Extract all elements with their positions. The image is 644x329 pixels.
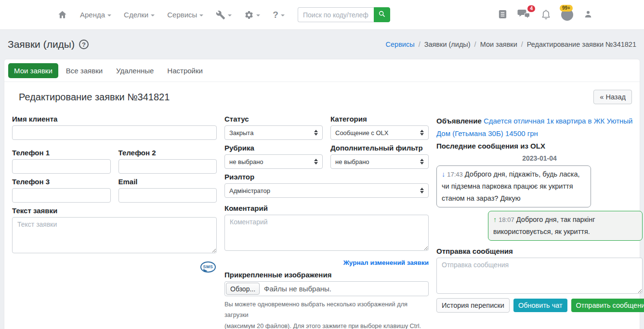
profile-button[interactable] [583,9,593,21]
images-label: Прикрепленные изображения [224,271,429,279]
olx-messages-title: Последние сообщения из OLX [436,142,643,150]
menu-help[interactable]: ? [266,10,291,20]
notifications-button[interactable] [541,9,551,21]
breadcrumb: Сервисы / Заявки (лиды) / Мои заявки / Р… [386,41,636,48]
page-header: Заявки (лиды) ? Сервисы / Заявки (лиды) … [0,30,644,59]
breadcrumb-separator: / [419,41,421,48]
message-time: 18:07 [499,216,514,223]
phone3-input[interactable] [12,188,111,203]
email-label: Email [118,178,217,186]
params-column: Статус Закрыта Категория Сообщение с OLX [224,115,429,329]
chevron-down-icon [151,14,155,16]
images-hint-line2: (максимум 20 файлов). Для этого зажмите … [224,321,429,329]
gear-icon [244,10,254,20]
journal-link[interactable]: Журнал изменений заявки [343,259,429,266]
request-text-area[interactable] [12,217,217,253]
select-arrows-icon [314,130,318,136]
wrench-icon [216,10,225,20]
extra-filter-select[interactable]: не выбрано [330,154,429,169]
tabs-bar: Мои заявки Все заявки Удаленные Настройк… [4,63,640,78]
select-arrows-icon [420,130,424,136]
tab-settings[interactable]: Настройки [161,63,209,78]
breadcrumb-item-current: Редактирование заявки №341821 [527,41,636,48]
menu-tools[interactable] [210,10,238,20]
breadcrumb-item: Заявки (лиды) [424,41,471,48]
select-arrows-icon [420,159,424,164]
realtor-value: Адміністратор [229,187,420,194]
menu-arenda[interactable]: Аренда [74,11,118,19]
chevron-down-icon [107,14,111,16]
breadcrumb-link-servisy[interactable]: Сервисы [386,41,415,48]
phone1-input[interactable] [12,159,111,174]
select-arrows-icon [420,188,424,193]
counter-badge: 99+ [560,5,573,12]
home-icon [57,10,67,20]
status-value: Закрыта [229,129,314,137]
realtor-label: Риэлтор [224,173,429,181]
page-help-icon[interactable]: ? [79,40,89,49]
menu-servisy-label: Сервисы [167,11,197,19]
category-value: Сообщение с OLX [335,129,420,137]
email-input[interactable] [118,188,217,203]
rubric-label: Рубрика [224,144,323,152]
menu-sdelki[interactable]: Сделки [118,11,161,19]
home-button[interactable] [51,10,74,20]
menu-servisy[interactable]: Сервисы [161,11,210,19]
user-icon [583,9,593,21]
menu-arenda-label: Аренда [80,11,105,19]
phone2-input[interactable] [118,159,217,174]
rubric-value: не выбрано [229,158,314,165]
help-icon: ? [273,10,278,20]
phone2-label: Телефон 2 [118,149,217,157]
extra-filter-label: Дополнительный фильтр [330,144,429,152]
refresh-chat-button[interactable]: Обновить чат [513,299,567,312]
menu-settings[interactable] [238,10,266,20]
history-button[interactable]: История переписки [436,298,510,313]
breadcrumb-item: Мои заявки [480,41,517,48]
menu-sdelki-label: Сделки [124,11,148,19]
send-message-area[interactable] [436,258,643,294]
client-column: Имя клиента Телефон 1 Телефон 2 Телефон … [12,115,217,329]
client-name-input[interactable] [12,125,217,140]
send-message-button[interactable]: Отправить сообщение [571,299,644,312]
chat-message-outgoing: ↑ 18:07 Доброго дня, так паркінг викорис… [488,211,643,241]
outgoing-arrow-icon: ↑ [493,216,497,223]
navbar-search [298,7,390,22]
status-select[interactable]: Закрыта [224,125,323,140]
category-select[interactable]: Сообщение с OLX [330,125,429,140]
select-arrows-icon [314,159,318,164]
tab-all-requests[interactable]: Все заявки [60,63,108,78]
category-label: Категория [330,115,429,123]
images-hint: Вы можете одновременно выбрать несколько… [224,299,429,329]
messages-button[interactable]: 4 [517,8,531,21]
rubric-select[interactable]: не выбрано [224,154,323,169]
journal-button[interactable] [498,9,507,21]
incoming-arrow-icon: ↓ [442,170,445,178]
realtor-select[interactable]: Адміністратор [224,183,429,198]
chat-date: 2023-01-04 [436,154,643,162]
bell-icon [541,9,551,21]
extra-filter-value: не выбрано [335,158,420,165]
images-hint-line1: Вы можете одновременно выбрать несколько… [224,299,429,321]
chevron-down-icon [256,14,260,16]
file-input[interactable]: Обзор... Файлы не выбраны. [224,281,429,296]
form-heading: Редактирование заявки №341821 [19,92,170,103]
search-button[interactable] [374,7,390,22]
journal-icon [498,9,507,21]
back-button[interactable]: « Назад [593,90,632,104]
tab-deleted[interactable]: Удаленные [110,63,159,78]
chevron-down-icon [228,14,232,16]
counter-avatar-button[interactable]: 99+ [561,9,573,21]
olx-column: Объявление Сдается отличная 1к квартира … [436,115,643,329]
search-input[interactable] [298,7,374,22]
sms-icon[interactable]: SMS [200,261,216,273]
messages-badge: 4 [527,5,535,12]
status-label: Статус [224,115,323,123]
client-name-label: Имя клиента [12,115,217,123]
comment-area[interactable] [224,215,429,251]
tab-my-requests[interactable]: Мои заявки [8,63,58,78]
main-card: Мои заявки Все заявки Удаленные Настройк… [4,59,640,329]
send-message-label: Отправка сообщения [436,247,643,255]
browse-button[interactable]: Обзор... [226,283,260,295]
phone1-label: Телефон 1 [12,149,111,157]
